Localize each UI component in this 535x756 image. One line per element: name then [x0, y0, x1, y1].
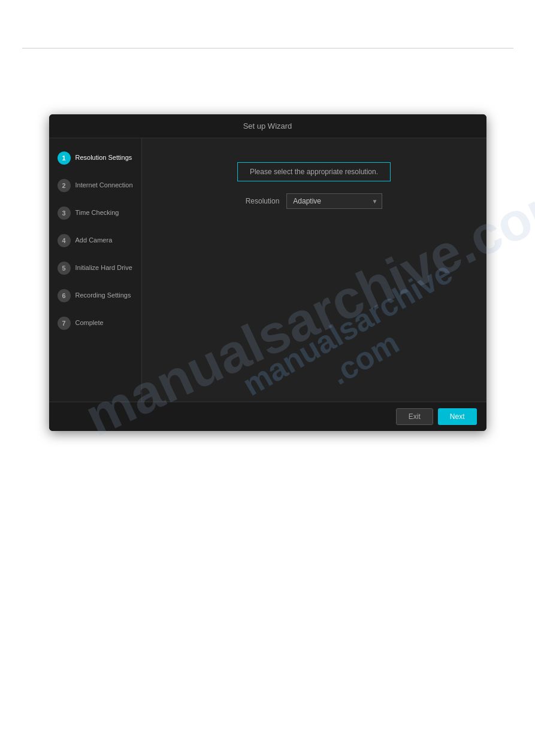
step-item-1[interactable]: 1 Resolution Settings: [49, 144, 141, 172]
step-label-3: Time Checking: [75, 207, 119, 217]
wizard-body: 1 Resolution Settings 2 Internet Connect…: [49, 138, 486, 402]
step-item-2[interactable]: 2 Internet Connection: [49, 172, 141, 199]
step-label-2: Internet Connection: [75, 179, 133, 189]
step-label-1: Resolution Settings: [75, 151, 132, 162]
wizard-main: Please select the appropriate resolution…: [142, 138, 486, 402]
step-label-5: Initialize Hard Drive: [75, 262, 132, 272]
next-button[interactable]: Next: [438, 408, 477, 425]
wizard-footer: Exit Next: [49, 402, 486, 431]
step-number-5: 5: [58, 262, 71, 275]
step-item-7[interactable]: 7 Complete: [49, 309, 141, 337]
page-container: Set up Wizard 1 Resolution Settings 2 In…: [0, 0, 535, 756]
resolution-select[interactable]: Adaptive 1080p 720p 4K: [286, 193, 382, 209]
exit-button[interactable]: Exit: [396, 408, 433, 425]
resolution-row: Resolution Adaptive 1080p 720p 4K: [246, 193, 383, 209]
step-item-3[interactable]: 3 Time Checking: [49, 199, 141, 227]
step-label-6: Recording Settings: [75, 289, 131, 299]
step-number-7: 7: [58, 317, 71, 330]
resolution-select-wrapper[interactable]: Adaptive 1080p 720p 4K: [286, 193, 382, 209]
step-label-7: Complete: [75, 317, 104, 327]
step-item-4[interactable]: 4 Add Camera: [49, 227, 141, 254]
step-number-3: 3: [58, 207, 71, 220]
wizard-title-bar: Set up Wizard: [49, 114, 486, 138]
resolution-prompt: Please select the appropriate resolution…: [237, 162, 391, 181]
wizard-title: Set up Wizard: [243, 122, 292, 130]
step-item-5[interactable]: 5 Initialize Hard Drive: [49, 254, 141, 282]
resolution-label: Resolution: [246, 197, 280, 205]
step-item-6[interactable]: 6 Recording Settings: [49, 282, 141, 309]
wizard-sidebar: 1 Resolution Settings 2 Internet Connect…: [49, 138, 142, 402]
wizard-wrapper: Set up Wizard 1 Resolution Settings 2 In…: [49, 114, 486, 431]
step-label-4: Add Camera: [75, 234, 113, 244]
step-number-1: 1: [58, 151, 71, 165]
top-divider: [22, 48, 513, 48]
step-number-4: 4: [58, 234, 71, 247]
wizard-window: Set up Wizard 1 Resolution Settings 2 In…: [49, 114, 486, 431]
step-number-2: 2: [58, 179, 71, 192]
step-number-6: 6: [58, 289, 71, 302]
